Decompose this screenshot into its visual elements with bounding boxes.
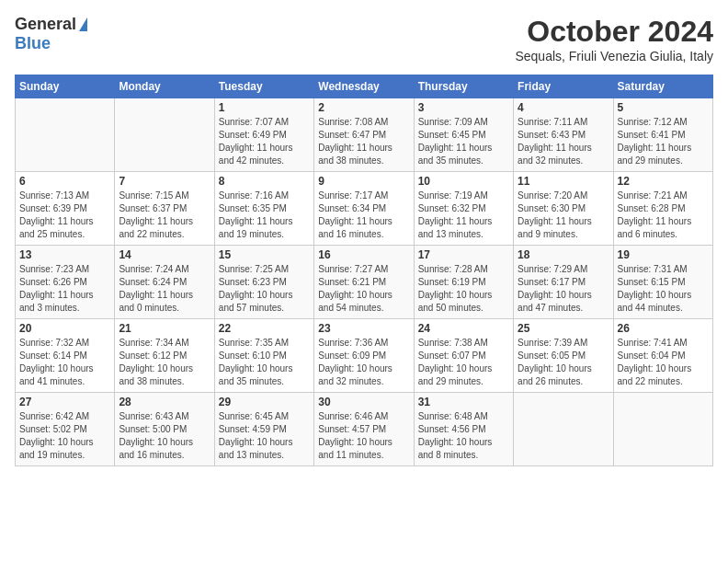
calendar-cell: 31Sunrise: 6:48 AM Sunset: 4:56 PM Dayli… [414,393,513,466]
calendar-cell: 23Sunrise: 7:36 AM Sunset: 6:09 PM Dayli… [314,319,414,393]
day-number: 21 [119,322,210,335]
day-number: 26 [618,322,709,335]
day-number: 12 [618,175,709,188]
week-row-4: 20Sunrise: 7:32 AM Sunset: 6:14 PM Dayli… [16,319,713,393]
calendar-cell: 14Sunrise: 7:24 AM Sunset: 6:24 PM Dayli… [115,246,214,319]
day-number: 29 [219,396,310,408]
calendar-cell: 6Sunrise: 7:13 AM Sunset: 6:39 PM Daylig… [16,172,115,246]
day-number: 22 [219,322,310,335]
day-number: 30 [318,396,409,408]
logo-blue: Blue [15,34,51,53]
day-number: 1 [219,101,310,114]
day-detail: Sunrise: 7:12 AM Sunset: 6:41 PM Dayligh… [618,116,709,167]
col-header-tuesday: Tuesday [214,75,313,98]
week-row-3: 13Sunrise: 7:23 AM Sunset: 6:26 PM Dayli… [16,246,713,319]
day-detail: Sunrise: 7:38 AM Sunset: 6:07 PM Dayligh… [418,337,509,388]
title-area: October 2024 Sequals, Friuli Venezia Giu… [515,15,713,63]
calendar-cell: 17Sunrise: 7:28 AM Sunset: 6:19 PM Dayli… [414,246,513,319]
calendar-cell: 3Sunrise: 7:09 AM Sunset: 6:45 PM Daylig… [414,98,513,172]
day-detail: Sunrise: 7:11 AM Sunset: 6:43 PM Dayligh… [518,116,609,167]
calendar-table: SundayMondayTuesdayWednesdayThursdayFrid… [15,75,713,466]
page-header: General Blue October 2024 Sequals, Friul… [15,15,713,63]
day-number: 27 [19,396,110,408]
day-detail: Sunrise: 7:41 AM Sunset: 6:04 PM Dayligh… [618,337,709,388]
week-row-5: 27Sunrise: 6:42 AM Sunset: 5:02 PM Dayli… [16,393,713,466]
day-number: 19 [618,248,709,261]
calendar-cell: 24Sunrise: 7:38 AM Sunset: 6:07 PM Dayli… [414,319,513,393]
day-number: 3 [418,101,509,114]
day-detail: Sunrise: 7:08 AM Sunset: 6:47 PM Dayligh… [318,116,409,167]
day-detail: Sunrise: 7:27 AM Sunset: 6:21 PM Dayligh… [318,263,409,315]
day-detail: Sunrise: 7:32 AM Sunset: 6:14 PM Dayligh… [19,337,110,388]
day-number: 17 [418,248,509,261]
calendar-cell [613,393,712,466]
day-detail: Sunrise: 6:48 AM Sunset: 4:56 PM Dayligh… [418,410,509,462]
day-detail: Sunrise: 7:20 AM Sunset: 6:30 PM Dayligh… [518,190,609,241]
calendar-cell: 10Sunrise: 7:19 AM Sunset: 6:32 PM Dayli… [414,172,513,246]
calendar-cell: 18Sunrise: 7:29 AM Sunset: 6:17 PM Dayli… [514,246,613,319]
day-detail: Sunrise: 7:21 AM Sunset: 6:28 PM Dayligh… [618,190,709,241]
calendar-cell: 21Sunrise: 7:34 AM Sunset: 6:12 PM Dayli… [115,319,214,393]
day-detail: Sunrise: 7:29 AM Sunset: 6:17 PM Dayligh… [518,263,609,315]
day-number: 4 [518,101,609,114]
day-detail: Sunrise: 7:17 AM Sunset: 6:34 PM Dayligh… [318,190,409,241]
calendar-cell: 30Sunrise: 6:46 AM Sunset: 4:57 PM Dayli… [314,393,414,466]
day-number: 11 [518,175,609,188]
day-detail: Sunrise: 7:15 AM Sunset: 6:37 PM Dayligh… [119,190,210,241]
location: Sequals, Friuli Venezia Giulia, Italy [515,49,713,63]
calendar-cell: 8Sunrise: 7:16 AM Sunset: 6:35 PM Daylig… [214,172,313,246]
calendar-cell [16,98,115,172]
day-number: 2 [318,101,409,114]
day-number: 25 [518,322,609,335]
day-detail: Sunrise: 7:19 AM Sunset: 6:32 PM Dayligh… [418,190,509,241]
day-detail: Sunrise: 6:42 AM Sunset: 5:02 PM Dayligh… [19,410,110,462]
day-detail: Sunrise: 7:09 AM Sunset: 6:45 PM Dayligh… [418,116,509,167]
day-number: 20 [19,322,110,335]
calendar-cell: 26Sunrise: 7:41 AM Sunset: 6:04 PM Dayli… [613,319,712,393]
day-detail: Sunrise: 6:46 AM Sunset: 4:57 PM Dayligh… [318,410,409,462]
week-row-2: 6Sunrise: 7:13 AM Sunset: 6:39 PM Daylig… [16,172,713,246]
calendar-cell: 20Sunrise: 7:32 AM Sunset: 6:14 PM Dayli… [16,319,115,393]
calendar-cell: 29Sunrise: 6:45 AM Sunset: 4:59 PM Dayli… [214,393,313,466]
day-detail: Sunrise: 7:31 AM Sunset: 6:15 PM Dayligh… [618,263,709,315]
day-detail: Sunrise: 7:23 AM Sunset: 6:26 PM Dayligh… [19,263,110,315]
calendar-cell: 19Sunrise: 7:31 AM Sunset: 6:15 PM Dayli… [613,246,712,319]
col-header-friday: Friday [514,75,613,98]
day-detail: Sunrise: 7:36 AM Sunset: 6:09 PM Dayligh… [318,337,409,388]
day-detail: Sunrise: 7:16 AM Sunset: 6:35 PM Dayligh… [219,190,310,241]
day-number: 15 [219,248,310,261]
calendar-cell: 22Sunrise: 7:35 AM Sunset: 6:10 PM Dayli… [214,319,313,393]
calendar-cell: 1Sunrise: 7:07 AM Sunset: 6:49 PM Daylig… [214,98,313,172]
calendar-cell: 15Sunrise: 7:25 AM Sunset: 6:23 PM Dayli… [214,246,313,319]
day-detail: Sunrise: 7:25 AM Sunset: 6:23 PM Dayligh… [219,263,310,315]
col-header-saturday: Saturday [613,75,712,98]
calendar-cell: 5Sunrise: 7:12 AM Sunset: 6:41 PM Daylig… [613,98,712,172]
day-detail: Sunrise: 7:35 AM Sunset: 6:10 PM Dayligh… [219,337,310,388]
logo: General Blue [15,15,87,53]
week-row-1: 1Sunrise: 7:07 AM Sunset: 6:49 PM Daylig… [16,98,713,172]
day-detail: Sunrise: 7:13 AM Sunset: 6:39 PM Dayligh… [19,190,110,241]
col-header-wednesday: Wednesday [314,75,414,98]
day-number: 5 [618,101,709,114]
logo-icon [79,17,87,31]
col-header-monday: Monday [115,75,214,98]
calendar-cell: 7Sunrise: 7:15 AM Sunset: 6:37 PM Daylig… [115,172,214,246]
day-number: 16 [318,248,409,261]
day-number: 7 [119,175,210,188]
logo-general: General [15,15,76,34]
day-number: 23 [318,322,409,335]
month-title: October 2024 [515,15,713,49]
day-number: 10 [418,175,509,188]
day-detail: Sunrise: 7:28 AM Sunset: 6:19 PM Dayligh… [418,263,509,315]
day-detail: Sunrise: 7:24 AM Sunset: 6:24 PM Dayligh… [119,263,210,315]
calendar-cell: 25Sunrise: 7:39 AM Sunset: 6:05 PM Dayli… [514,319,613,393]
col-header-thursday: Thursday [414,75,513,98]
day-number: 18 [518,248,609,261]
day-detail: Sunrise: 7:39 AM Sunset: 6:05 PM Dayligh… [518,337,609,388]
day-number: 13 [19,248,110,261]
calendar-cell [115,98,214,172]
day-number: 28 [119,396,210,408]
calendar-cell: 4Sunrise: 7:11 AM Sunset: 6:43 PM Daylig… [514,98,613,172]
calendar-cell: 28Sunrise: 6:43 AM Sunset: 5:00 PM Dayli… [115,393,214,466]
day-number: 24 [418,322,509,335]
